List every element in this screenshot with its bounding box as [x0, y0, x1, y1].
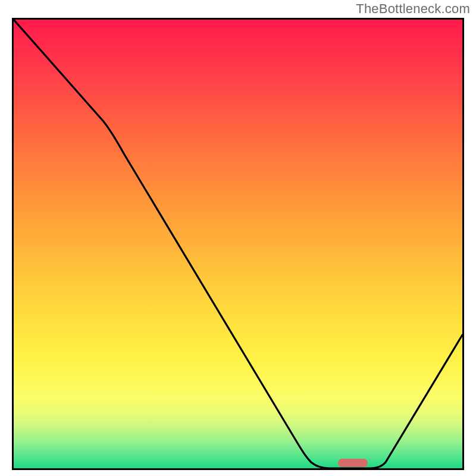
- curve-path: [14, 20, 462, 468]
- bottleneck-curve: [14, 20, 462, 468]
- chart-plot-area: [12, 18, 464, 470]
- optimal-marker: [338, 459, 368, 467]
- chart-container: TheBottleneck.com: [0, 0, 476, 476]
- watermark-text: TheBottleneck.com: [356, 1, 470, 17]
